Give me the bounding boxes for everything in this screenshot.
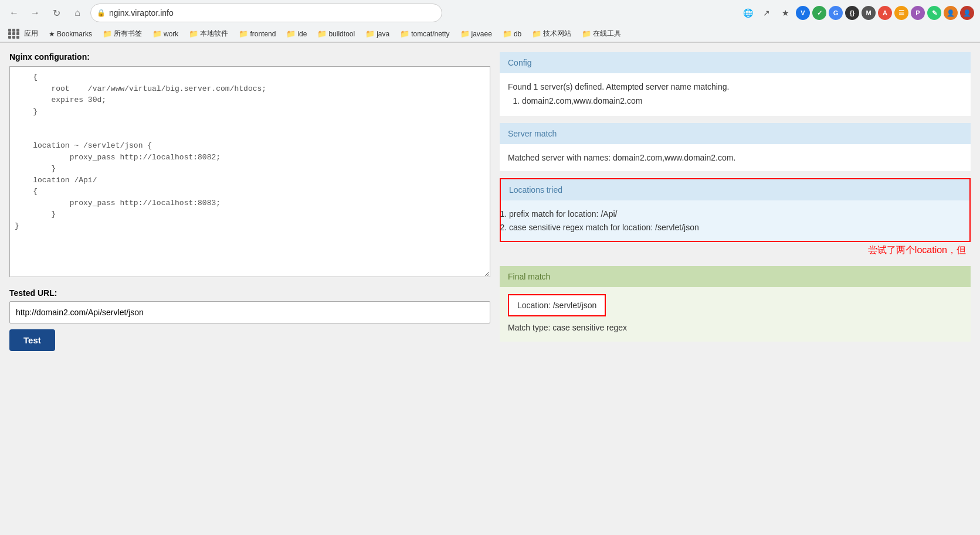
config-section-title: Nginx configuration: xyxy=(9,52,490,62)
bookmarks-bar: 应用 ★ Bookmarks 📁 所有书签 📁 work 📁 本地软件 📁 fr… xyxy=(0,26,980,42)
browser-nav-bar: ← → ↻ ⌂ 🔒 nginx.viraptor.info 🌐 ↗ ★ V ✓ … xyxy=(0,0,980,26)
apps-grid-icon xyxy=(8,29,20,39)
bookmark-ide[interactable]: 📁 ide xyxy=(283,28,310,39)
annotation-text: 尝试了两个location，但 xyxy=(500,242,971,259)
home-button[interactable]: ⌂ xyxy=(69,5,86,21)
bookmark-local-software[interactable]: 📁 本地软件 xyxy=(185,28,232,40)
final-match-panel: Final match Location: /servlet/json Matc… xyxy=(500,266,971,342)
bookmark-frontend[interactable]: 📁 frontend xyxy=(235,28,279,39)
server-match-panel: Server match Matched server with names: … xyxy=(500,123,971,171)
translate-icon[interactable]: 🌐 xyxy=(740,5,756,21)
star-icon: ★ xyxy=(49,30,55,38)
final-match-body: Location: /servlet/json Match type: case… xyxy=(500,287,971,342)
address-bar[interactable]: 🔒 nginx.viraptor.info xyxy=(90,4,442,22)
config-panel: Config Found 1 server(s) defined. Attemp… xyxy=(500,52,971,116)
location-item-1: prefix match for location: /Api/ xyxy=(509,207,961,220)
apps-label: 应用 xyxy=(24,29,38,39)
forward-button[interactable]: → xyxy=(27,5,43,21)
right-panel: Config Found 1 server(s) defined. Attemp… xyxy=(500,52,971,522)
folder-icon: 📁 xyxy=(239,29,248,38)
ext-m-icon[interactable]: M xyxy=(862,6,876,20)
folder-icon: 📁 xyxy=(103,29,112,38)
server-match-text: Matched server with names: domain2.com,w… xyxy=(508,151,962,164)
config-panel-header: Config xyxy=(500,52,971,73)
ext-viraptor-icon[interactable]: V xyxy=(796,6,810,20)
config-server-list: domain2.com,www.domain2.com xyxy=(508,94,962,107)
locations-list: prefix match for location: /Api/ case se… xyxy=(509,207,961,234)
locations-tried-header: Locations tried xyxy=(501,179,969,200)
server-match-body: Matched server with names: domain2.com,w… xyxy=(500,144,971,171)
tested-url-label: Tested URL: xyxy=(9,288,490,298)
ext-purple-icon[interactable]: P xyxy=(911,6,925,20)
bookmark-all[interactable]: 📁 所有书签 xyxy=(99,28,145,40)
folder-icon: 📁 xyxy=(400,29,409,38)
folder-icon: 📁 xyxy=(365,29,375,38)
url-text: nginx.viraptor.info xyxy=(109,8,174,18)
url-input[interactable] xyxy=(9,301,490,323)
config-body-text: Found 1 server(s) defined. Attempted ser… xyxy=(508,80,962,93)
ext-check-icon[interactable]: ✓ xyxy=(812,6,826,20)
folder-icon: 📁 xyxy=(317,29,327,38)
lock-icon: 🔒 xyxy=(97,9,106,17)
main-content: Nginx configuration: Tested URL: Test Co… xyxy=(0,43,980,531)
folder-icon: 📁 xyxy=(503,29,512,38)
bookmark-buildtool[interactable]: 📁 buildtool xyxy=(314,28,358,39)
match-type-text: Match type: case sensitive regex xyxy=(508,323,627,332)
folder-icon: 📁 xyxy=(152,29,162,38)
ext-user-icon[interactable]: 👤 xyxy=(944,6,958,20)
browser-chrome: ← → ↻ ⌂ 🔒 nginx.viraptor.info 🌐 ↗ ★ V ✓ … xyxy=(0,0,980,43)
folder-icon: 📁 xyxy=(286,29,296,38)
folder-icon: 📁 xyxy=(532,29,541,38)
folder-icon: 📁 xyxy=(189,29,198,38)
bookmark-star-icon[interactable]: ★ xyxy=(777,5,794,21)
ext-user2-icon[interactable]: 👤 xyxy=(960,6,974,20)
bookmark-java[interactable]: 📁 java xyxy=(362,28,393,39)
locations-tried-body: prefix match for location: /Api/ case se… xyxy=(501,200,969,241)
folder-icon: 📁 xyxy=(460,29,470,38)
final-match-header: Final match xyxy=(500,266,971,287)
config-server-item: domain2.com,www.domain2.com xyxy=(522,94,962,107)
reload-button[interactable]: ↻ xyxy=(48,5,65,21)
config-panel-body: Found 1 server(s) defined. Attempted ser… xyxy=(500,73,971,116)
ext-red-icon[interactable]: A xyxy=(878,6,892,20)
location-result-box: Location: /servlet/json xyxy=(508,294,606,316)
tested-url-section: Tested URL: Test xyxy=(9,288,490,351)
bookmark-tech-site[interactable]: 📁 技术网站 xyxy=(528,28,575,40)
bookmark-online-tools[interactable]: 📁 在线工具 xyxy=(578,28,625,40)
back-button[interactable]: ← xyxy=(6,5,22,21)
locations-tried-panel: Locations tried prefix match for locatio… xyxy=(500,178,971,242)
bookmark-work[interactable]: 📁 work xyxy=(149,28,182,39)
apps-button[interactable]: 应用 xyxy=(5,28,42,40)
ext-translate-icon[interactable]: G xyxy=(829,6,843,20)
browser-actions: 🌐 ↗ ★ V ✓ G {} M A ☰ P ✎ 👤 👤 xyxy=(740,5,974,21)
folder-icon: 📁 xyxy=(582,29,591,38)
ext-code-icon[interactable]: {} xyxy=(845,6,859,20)
test-button[interactable]: Test xyxy=(9,329,55,351)
location-item-2: case sensitive regex match for location:… xyxy=(509,221,961,234)
left-panel: Nginx configuration: Tested URL: Test xyxy=(9,52,490,522)
ext-orange-icon[interactable]: ☰ xyxy=(894,6,908,20)
ext-green-icon[interactable]: ✎ xyxy=(927,6,941,20)
bookmark-tomcat[interactable]: 📁 tomcat/netty xyxy=(396,28,453,39)
bookmark-db[interactable]: 📁 db xyxy=(499,28,525,39)
server-match-header: Server match xyxy=(500,123,971,144)
nginx-config-textarea[interactable] xyxy=(9,66,490,277)
bookmark-bookmarks[interactable]: ★ Bookmarks xyxy=(45,29,96,39)
bookmark-javaee[interactable]: 📁 javaee xyxy=(457,28,496,39)
share-icon[interactable]: ↗ xyxy=(758,5,775,21)
